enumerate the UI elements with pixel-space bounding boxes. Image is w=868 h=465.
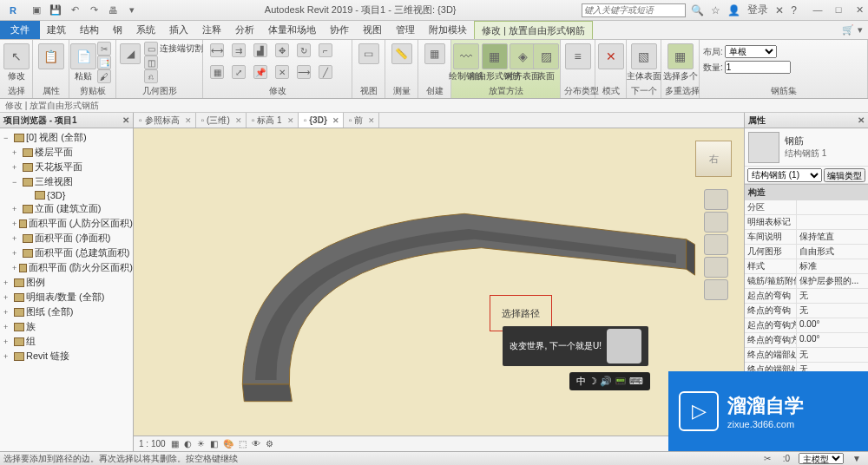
prop-row[interactable]: 明细表标记 [745, 215, 868, 230]
tree-node[interactable]: −三维视图 [0, 174, 133, 189]
rotate-button[interactable]: ↻ [293, 42, 314, 59]
match-button[interactable]: 🖌 [95, 69, 116, 83]
qat-print-icon[interactable]: 🖶 [106, 3, 120, 17]
qat-save-icon[interactable]: 💾 [49, 3, 62, 17]
tree-node[interactable]: +楼层平面 [0, 145, 133, 160]
dist-type-button[interactable]: ≡ [564, 42, 591, 71]
shadow-icon[interactable]: ◧ [210, 439, 218, 449]
visual-style-icon[interactable]: ◐ [184, 439, 192, 449]
paste-button[interactable]: 📄粘贴 [73, 42, 94, 84]
workset-select[interactable]: 主模型 [799, 453, 844, 464]
tree-node[interactable]: +Revit 链接 [0, 349, 133, 363]
qty-input[interactable] [725, 61, 791, 74]
trim-button[interactable]: ⌐ [315, 42, 336, 59]
prop-row[interactable]: 车间说明保持笔直 [745, 230, 868, 245]
menu-tab[interactable]: 建筑 [40, 21, 73, 39]
layout-select[interactable]: 单根 [725, 45, 777, 58]
menu-tab[interactable]: 注释 [195, 21, 228, 39]
crop-icon[interactable]: ⬚ [239, 439, 247, 449]
tree-node[interactable]: +图例 [0, 275, 133, 290]
detail-icon[interactable]: ▦ [171, 439, 179, 449]
view-tab[interactable]: ▫{3D}✕ [299, 113, 344, 128]
extend-button[interactable]: ⟶ [293, 63, 314, 81]
join-button[interactable]: ◫ [142, 56, 205, 69]
tree-node[interactable]: +图纸 (全部) [0, 305, 133, 319]
tree-node[interactable]: +面积平面 (净面积) [0, 231, 133, 246]
copy-button[interactable]: 📑 [95, 56, 116, 69]
tree-node[interactable]: {3D} [0, 189, 133, 201]
minimize-button[interactable]: — [809, 4, 826, 16]
scale-button[interactable]: ⤢ [228, 63, 249, 81]
ime-bar[interactable]: 中 ☽ 🔊 📟 ⌨ [569, 372, 650, 390]
align-face-button[interactable]: ◈对齐表面 [511, 42, 534, 84]
tree-node[interactable]: +明细表/数量 (全部) [0, 290, 133, 305]
tree-node[interactable]: +立面 (建筑立面) [0, 201, 133, 216]
menu-tab[interactable]: 体量和场地 [261, 21, 323, 39]
tree-node[interactable]: +组 [0, 334, 133, 349]
tree-node[interactable]: +族 [0, 319, 133, 334]
prop-row[interactable]: 起点的弯钩无 [745, 289, 868, 304]
measure-button[interactable]: 📏 [389, 42, 414, 66]
file-tab[interactable]: 文件 [0, 21, 40, 39]
select-multiple-button[interactable]: ▦选择多个 [665, 42, 695, 84]
offset-button[interactable]: ⇉ [228, 42, 249, 59]
menu-tab[interactable]: 分析 [228, 21, 261, 39]
menu-tab[interactable]: 修改 | 放置自由形式钢筋 [474, 21, 593, 39]
tree-node[interactable]: −[0] 视图 (全部) [0, 130, 133, 145]
host-face-button[interactable]: ▧主体表面 [630, 42, 657, 84]
menu-tab[interactable]: 钢 [106, 21, 129, 39]
login-link[interactable]: 登录 [747, 3, 768, 17]
prop-row[interactable]: 样式标准 [745, 259, 868, 274]
split-button[interactable]: ⎌ [142, 69, 205, 83]
cart-icon[interactable]: 🛒 [842, 24, 854, 36]
menu-tab[interactable]: 插入 [162, 21, 195, 39]
create-button[interactable]: ▦ [422, 42, 447, 66]
ribbon-min-icon[interactable]: ▾ [858, 24, 863, 36]
tree-node[interactable]: +天花板平面 [0, 160, 133, 174]
pin-button[interactable]: 📌 [250, 63, 271, 81]
prop-row[interactable]: 终点的弯钩无 [745, 304, 868, 318]
move-button[interactable]: ✥ [272, 42, 293, 59]
menu-tab[interactable]: 协作 [323, 21, 356, 39]
hide-icon[interactable]: 👁 [252, 439, 260, 449]
array-button[interactable]: ▦ [207, 63, 227, 81]
tree-node[interactable]: +面积平面 (总建筑面积) [0, 246, 133, 260]
cancel-mode-button[interactable]: ✕ [599, 42, 622, 71]
qat-undo-icon[interactable]: ↶ [68, 3, 82, 17]
sun-icon[interactable]: ☀ [197, 439, 205, 449]
exchange-icon[interactable]: ✕ [775, 4, 784, 16]
prop-row[interactable]: 分区 [745, 200, 868, 215]
mirror-button[interactable]: ▟ [250, 42, 271, 59]
view-tab[interactable]: ▫参照标高✕ [134, 113, 196, 128]
props-close-icon[interactable]: ✕ [858, 115, 865, 125]
modify-tool-button[interactable]: ↖修改 [3, 42, 29, 84]
menu-tab[interactable]: 视图 [356, 21, 389, 39]
filter-icon[interactable]: ▼ [849, 454, 865, 463]
delete-button[interactable]: ✕ [272, 63, 293, 81]
qat-more-icon[interactable]: ▾ [125, 3, 139, 17]
tree-node[interactable]: +面积平面 (人防分区面积) [0, 216, 133, 231]
star-icon[interactable]: ☆ [711, 4, 720, 16]
prop-group-header[interactable]: 构造 [745, 184, 868, 200]
selection-toggle-icon[interactable]: ✂ [760, 454, 774, 463]
view-control-bar[interactable]: 1 : 100 ▦ ◐ ☀ ◧ 🎨 ⬚ 👁 ⚙ [134, 436, 744, 451]
viewcube[interactable]: 右 [695, 141, 732, 177]
browser-close-icon[interactable]: ✕ [122, 115, 129, 125]
menu-tab[interactable]: 系统 [129, 21, 162, 39]
view-tab[interactable]: ▫前✕ [344, 113, 380, 128]
split2-button[interactable]: ╱ [315, 63, 336, 81]
prop-row[interactable]: 镜筋/箍筋附件保护层参照的... [745, 274, 868, 289]
nav-bar[interactable] [704, 189, 728, 300]
view-tab[interactable]: ▫(三维)✕ [196, 113, 247, 128]
properties-button[interactable]: 📋 [36, 42, 65, 71]
project-tree[interactable]: −[0] 视图 (全部)+楼层平面+天花板平面−三维视图 {3D}+立面 (建筑… [0, 128, 133, 451]
maximize-button[interactable]: □ [830, 4, 847, 16]
cut-button[interactable]: ✂ [95, 42, 116, 56]
help-icon[interactable]: ? [791, 4, 797, 16]
type-selector[interactable]: 结构钢筋 (1) [747, 168, 822, 182]
view-tab[interactable]: ▫标高 1✕ [247, 113, 299, 128]
align-button[interactable]: ⟷ [207, 42, 227, 59]
scale-label[interactable]: 1 : 100 [139, 439, 166, 449]
edit-type-button[interactable]: 编辑类型 [824, 168, 865, 182]
tree-node[interactable]: +面积平面 (防火分区面积) [0, 260, 133, 275]
